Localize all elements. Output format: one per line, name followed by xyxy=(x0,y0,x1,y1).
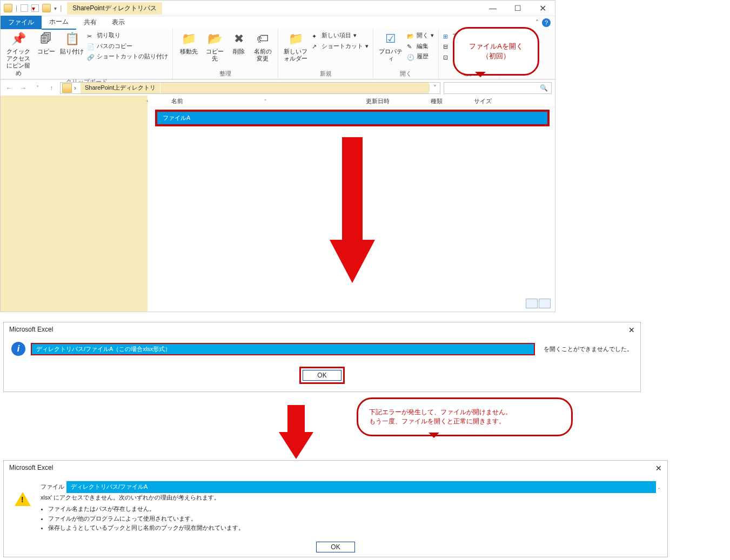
callout: 下記エラーが発生して、ファイルが開けません。 もう一度、ファイルを開くと正常に開… xyxy=(357,397,573,436)
copyto-button[interactable]: 📂コピー先 xyxy=(203,31,226,62)
up-button[interactable]: ↑ xyxy=(46,83,57,93)
history-button[interactable]: 🕘履歴 xyxy=(407,52,428,62)
properties-button[interactable]: ☑プロパティ xyxy=(378,31,404,62)
folder-icon xyxy=(42,4,51,12)
dialog-title: Microsoft Excel xyxy=(9,464,53,473)
qat-separator: | xyxy=(16,4,17,12)
qat-icon[interactable]: ▾ xyxy=(31,4,39,12)
arrow-icon xyxy=(285,405,307,454)
highlighted-path: ディレクトリパス/ファイルA（この場合xlsx形式） xyxy=(32,344,534,354)
dialog-text: ファイル ディレクトリパス/ファイルA . xlsx' にアクセスできません。次… xyxy=(41,481,660,533)
callout-text: もう一度、ファイルを開くと正常に開きます。 xyxy=(369,417,505,426)
col-size[interactable]: サイズ xyxy=(468,97,501,105)
view-icons-button[interactable] xyxy=(539,299,551,308)
file-row[interactable]: ファイルA xyxy=(157,112,547,124)
new-folder-button[interactable]: 📁新しいフォルダー xyxy=(283,31,309,62)
group-label: 新規 xyxy=(320,70,332,78)
nav-tree[interactable] xyxy=(1,96,148,312)
help-icon[interactable]: ? xyxy=(542,18,551,27)
col-name[interactable]: 名前˄ xyxy=(150,97,360,105)
close-icon[interactable]: ✕ xyxy=(628,326,635,334)
titlebar: | ▾ ▾ | SharePointディレクトリパス — ☐ ✕ xyxy=(1,1,555,16)
recent-button[interactable]: ˅ xyxy=(32,83,43,93)
view-details-button[interactable] xyxy=(526,299,538,308)
tab-share[interactable]: 共有 xyxy=(76,16,104,29)
navbar: ← → ˅ ↑ › SharePoint上ディレクトリ ˅ 🔍 xyxy=(1,79,555,96)
open-button[interactable]: 📂開く ▾ xyxy=(407,31,434,41)
edit-button[interactable]: ✎編集 xyxy=(407,42,428,51)
shortcut-button[interactable]: ↗ショートカット ▾ xyxy=(312,42,369,51)
copy-button[interactable]: 🗐コピー xyxy=(35,31,57,55)
close-icon[interactable]: ✕ xyxy=(655,464,662,473)
column-headers: 名前˄ 更新日時 種類 サイズ xyxy=(150,96,555,107)
dialog-excel-1: Microsoft Excel ✕ i ディレクトリパス/ファイルA（この場合x… xyxy=(3,322,641,392)
ribbon-collapse-icon[interactable]: ˄ xyxy=(532,19,542,26)
callout-text: ファイルAを開く xyxy=(469,42,523,51)
view-switcher xyxy=(526,299,551,308)
arrow-icon xyxy=(340,137,365,283)
folder-icon xyxy=(4,4,12,12)
callout-text: 下記エラーが発生して、ファイルが開けません。 xyxy=(369,408,512,417)
tab-view[interactable]: 表示 xyxy=(104,16,132,29)
close-button[interactable]: ✕ xyxy=(530,1,555,16)
search-input[interactable]: 🔍 xyxy=(444,82,552,94)
ok-button[interactable]: OK xyxy=(316,542,354,552)
address-bar[interactable]: › SharePoint上ディレクトリ ˅ xyxy=(60,82,440,94)
file-list: 名前˄ 更新日時 種類 サイズ ファイルA xyxy=(150,96,555,312)
folder-icon xyxy=(62,83,72,93)
callout: ファイルAを開く （初回） xyxy=(453,27,539,76)
warning-icon xyxy=(15,492,31,506)
forward-button[interactable]: → xyxy=(18,83,29,93)
back-button[interactable]: ← xyxy=(4,83,15,93)
paste-button[interactable]: 📋貼り付け xyxy=(60,31,84,55)
col-date[interactable]: 更新日時 xyxy=(360,97,425,105)
minimize-button[interactable]: — xyxy=(480,1,505,16)
group-label: 整理 xyxy=(219,70,231,78)
search-icon: 🔍 xyxy=(540,84,548,92)
rename-button[interactable]: 🏷名前の変更 xyxy=(252,31,273,62)
breadcrumb[interactable]: SharePoint上ディレクトリ xyxy=(81,83,160,93)
highlight-box: ファイルA xyxy=(155,110,550,126)
ok-button[interactable]: OK xyxy=(303,370,341,381)
dialog-text: を開くことができませんでした。 xyxy=(544,345,633,353)
col-type[interactable]: 種類 xyxy=(425,97,468,105)
window-title: SharePointディレクトリパス xyxy=(67,2,162,15)
moveto-button[interactable]: 📁移動先 xyxy=(177,31,200,55)
qat-separator: | xyxy=(60,4,62,12)
tab-home[interactable]: ホーム xyxy=(42,15,76,30)
info-icon: i xyxy=(11,342,25,356)
paste-shortcut-button[interactable]: 🔗ショートカットの貼り付け xyxy=(87,52,168,62)
dialog-title: Microsoft Excel xyxy=(9,326,53,334)
qat-caret[interactable]: ▾ xyxy=(54,5,57,11)
delete-button[interactable]: ✖削除 xyxy=(229,31,249,55)
new-item-button[interactable]: ✦新しい項目 ▾ xyxy=(312,31,357,41)
group-label: 開く xyxy=(400,70,412,78)
callout-text: （初回） xyxy=(482,51,510,61)
address-dropdown-icon[interactable]: ˅ xyxy=(429,84,440,92)
tab-file[interactable]: ファイル xyxy=(1,16,42,29)
copy-path-button[interactable]: 📄パスのコピー xyxy=(87,42,132,51)
maximize-button[interactable]: ☐ xyxy=(505,1,530,16)
dialog-excel-2: Microsoft Excel ✕ ファイル ディレクトリパス/ファイルA . … xyxy=(3,460,668,557)
pin-button[interactable]: 📌クイック アクセスにピン留め xyxy=(5,31,32,77)
sort-icon: ˄ xyxy=(264,99,267,104)
cut-button[interactable]: ✂切り取り xyxy=(87,31,120,41)
highlighted-path: ディレクトリパス/ファイルA xyxy=(66,481,656,493)
qat-icon[interactable] xyxy=(21,4,28,12)
